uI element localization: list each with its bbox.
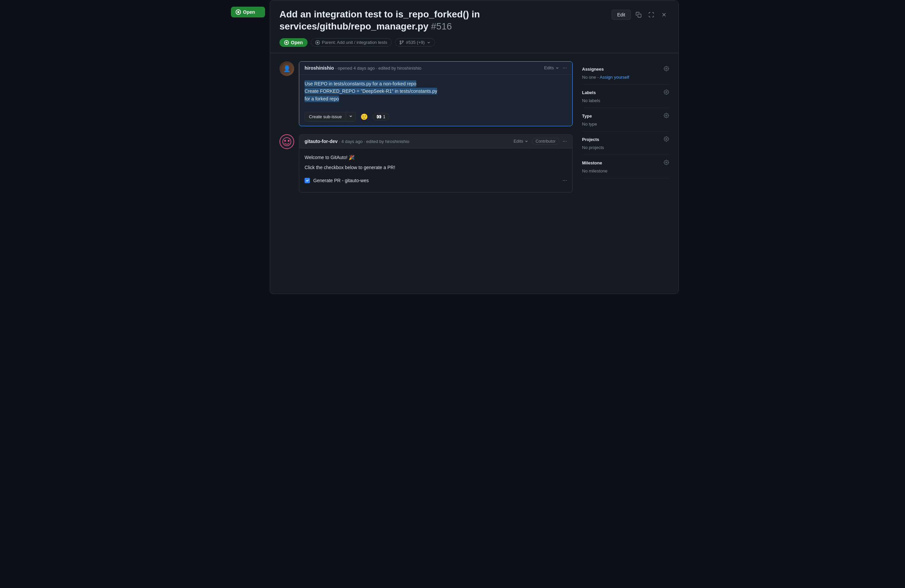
svg-rect-2 xyxy=(638,14,641,17)
assign-yourself-link[interactable]: Assign yourself xyxy=(600,75,629,80)
checkbox-label: Generate PR - gitauto-wes xyxy=(313,178,369,183)
emoji-button-1[interactable]: 🙂 xyxy=(359,112,369,122)
edits-button-1[interactable]: Edits xyxy=(544,65,559,70)
svg-point-16 xyxy=(666,91,667,93)
comment-footer-1: Create sub-issue 🙂 👀 1 xyxy=(299,108,572,126)
reaction-badge-1[interactable]: 👀 1 xyxy=(373,113,389,121)
gear-icon-milestone xyxy=(664,160,669,165)
close-button[interactable] xyxy=(659,10,669,19)
open-badge-label: Open xyxy=(291,40,303,45)
comment-author-meta-1: hiroshinishio · opened 4 days ago · edit… xyxy=(305,65,421,71)
svg-point-9 xyxy=(400,41,401,42)
gitauto-avatar-icon xyxy=(282,137,292,146)
main-content: 👤 hiroshinishio · opened 4 days ago · ed… xyxy=(270,53,678,208)
title-bar: Add an integration test to is_repo_forke… xyxy=(270,0,678,53)
more-button-1[interactable]: ··· xyxy=(563,65,567,71)
comment-author-2: gitauto-for-dev xyxy=(305,138,338,144)
open-circle-icon xyxy=(236,10,241,15)
sub-issue-chevron-icon xyxy=(349,114,353,118)
assignees-gear-btn[interactable] xyxy=(664,66,669,73)
sidebar-projects: Projects No projects xyxy=(582,132,669,155)
more-button-2[interactable]: ··· xyxy=(563,138,567,144)
expand-button[interactable] xyxy=(646,10,656,19)
copy-icon xyxy=(635,12,641,18)
comment-body-1: Use REPO in tests/constants.py for a non… xyxy=(299,75,572,108)
svg-point-19 xyxy=(666,162,667,163)
selected-line-1: Use REPO in tests/constants.py for a non… xyxy=(305,80,416,87)
expand-icon xyxy=(648,12,654,18)
parent-badge[interactable]: Parent: Add unit / integration tests xyxy=(311,38,392,46)
left-strip: Open xyxy=(226,0,270,294)
pr-chevron-icon xyxy=(427,41,431,44)
comment-header-1: hiroshinishio · opened 4 days ago · edit… xyxy=(299,62,572,75)
milestone-gear-btn[interactable] xyxy=(664,160,669,167)
title-actions: Edit xyxy=(611,10,669,20)
sidebar-assignees-label: Assignees xyxy=(582,66,669,73)
comment-meta-1: · xyxy=(335,66,338,71)
sidebar-labels: Labels No labels xyxy=(582,85,669,108)
comment-time-2: 4 days ago · edited by hiroshinishio xyxy=(341,139,409,144)
comments-section: 👤 hiroshinishio · opened 4 days ago · ed… xyxy=(279,61,573,200)
projects-gear-btn[interactable] xyxy=(664,136,669,143)
avatar-gitauto xyxy=(279,134,294,149)
comment-author-meta-2: gitauto-for-dev · 4 days ago · edited by… xyxy=(305,138,409,144)
sidebar: Assignees No one - Assign yourself xyxy=(582,61,669,200)
labels-gear-btn[interactable] xyxy=(664,89,669,96)
labels-value: No labels xyxy=(582,98,669,103)
checkbox-more-btn[interactable]: ··· xyxy=(563,178,567,183)
sidebar-milestone: Milestone No milestone xyxy=(582,155,669,178)
edits-chevron-icon-1 xyxy=(555,66,559,70)
comment-card-2: gitauto-for-dev · 4 days ago · edited by… xyxy=(299,134,573,192)
type-gear-btn[interactable] xyxy=(664,113,669,119)
create-sub-issue-main-btn[interactable]: Create sub-issue xyxy=(305,112,346,121)
comment-wrapper-2: gitauto-for-dev · 4 days ago · edited by… xyxy=(279,134,573,192)
sidebar-type-label: Type xyxy=(582,113,669,119)
labels-label-text: Labels xyxy=(582,90,596,95)
comment-body-2: Welcome to GitAuto! 🎉 Click the checkbox… xyxy=(299,148,572,192)
milestone-label-text: Milestone xyxy=(582,161,602,165)
svg-point-1 xyxy=(237,11,239,13)
comment-meta-2: · xyxy=(339,139,341,144)
status-row: Open Parent: Add unit / integration test… xyxy=(279,38,669,47)
issue-title: Add an integration test to is_repo_forke… xyxy=(279,8,611,33)
create-sub-issue-btn[interactable]: Create sub-issue xyxy=(305,112,356,122)
gear-icon-labels xyxy=(664,89,669,95)
edits-button-2[interactable]: Edits xyxy=(513,138,529,144)
svg-point-10 xyxy=(402,41,403,42)
sidebar-type: Type No type xyxy=(582,108,669,132)
selected-line-3: for a forked repo xyxy=(305,95,339,102)
issue-number: #516 xyxy=(431,21,452,32)
edits-chevron-icon-2 xyxy=(524,139,529,143)
svg-point-14 xyxy=(288,140,289,141)
title-bar-top: Add an integration test to is_repo_forke… xyxy=(279,8,669,33)
svg-point-13 xyxy=(284,140,286,141)
edit-button[interactable]: Edit xyxy=(611,10,631,20)
reaction-count-1: 1 xyxy=(383,114,385,119)
type-value: No type xyxy=(582,122,669,127)
projects-value: No projects xyxy=(582,145,669,150)
sidebar-labels-label: Labels xyxy=(582,89,669,96)
create-sub-issue-arrow-btn[interactable] xyxy=(346,112,356,121)
checkbox-row: Generate PR - gitauto-wes ··· xyxy=(305,174,567,187)
checkbox-checked[interactable] xyxy=(305,178,310,183)
comment-actions-1: Edits ··· xyxy=(544,65,567,71)
open-badge: Open xyxy=(279,38,308,47)
parent-circle-icon xyxy=(315,40,320,45)
assignees-label-text: Assignees xyxy=(582,67,604,72)
open-badge-icon xyxy=(284,40,289,45)
contributor-badge: Contributor xyxy=(532,138,559,145)
svg-point-17 xyxy=(666,115,667,116)
comment-card-1: hiroshinishio · opened 4 days ago · edit… xyxy=(299,61,573,126)
svg-point-6 xyxy=(286,41,287,43)
pr-ref: #535 (+9) xyxy=(406,40,425,45)
checkmark-icon xyxy=(306,178,309,182)
main-panel: Add an integration test to is_repo_forke… xyxy=(270,0,679,294)
svg-point-15 xyxy=(666,68,667,69)
comment-time-1: opened 4 days ago · edited by hiroshinis… xyxy=(338,66,421,71)
gear-icon xyxy=(664,66,669,72)
pr-badge[interactable]: #535 (+9) xyxy=(395,38,435,46)
assignees-value: No one - Assign yourself xyxy=(582,75,669,80)
pr-icon xyxy=(399,40,404,45)
svg-point-18 xyxy=(666,138,667,140)
copy-button[interactable] xyxy=(634,10,644,19)
